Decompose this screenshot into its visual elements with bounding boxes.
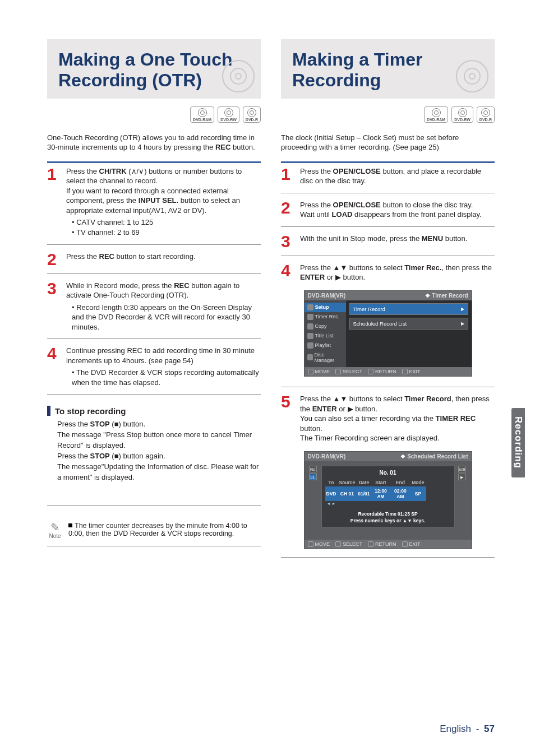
- disc-badges: DVD-RAM DVD-RW DVD-R: [47, 106, 261, 123]
- bullet: Record length 0:30 appears on the On-Scr…: [72, 303, 261, 332]
- rule-accent: [281, 161, 495, 163]
- rule-thin: [47, 505, 261, 506]
- left-step-4: 4 Continue pressing REC to add recording…: [47, 346, 261, 387]
- right-column: Making a Timer Recording DVD-RAM DVD-RW …: [281, 39, 495, 564]
- rule-thin: [281, 256, 495, 256]
- rule-thin: [47, 546, 261, 546]
- footer-page-number: 57: [484, 723, 495, 734]
- step-number: 5: [281, 394, 294, 409]
- osd-schedule-table: To Source Date Start End Mode DVD CH 01 …: [325, 479, 426, 507]
- chip-icon: [402, 369, 408, 374]
- arrow-hint: ◄ ►: [325, 501, 338, 507]
- triangle-right-icon: ▶: [461, 307, 464, 312]
- step-number: 1: [281, 166, 294, 182]
- rule-accent: [47, 161, 261, 163]
- rail-cell-play: ▶: [458, 474, 466, 480]
- osd-side-setup: Setup: [305, 303, 346, 312]
- rule-thin: [47, 394, 261, 395]
- osd-mode: DVD-RAM(VR): [308, 293, 346, 299]
- osd-side-timer-rec: Timer Rec.: [305, 312, 346, 322]
- badge-dvd-r: DVD-R: [243, 106, 261, 123]
- rule-thin: [47, 244, 261, 245]
- osd-side-title-list: Title List: [305, 331, 346, 341]
- step-number: 2: [281, 200, 294, 215]
- right-title-line1: Making a Timer: [292, 49, 422, 69]
- left-step-2: 2 Press the REC button to start recordin…: [47, 252, 261, 267]
- osd-sidebar: Setup Timer Rec. Copy Title List Playlis…: [305, 300, 346, 367]
- osd-panel-title: No. 01: [325, 470, 451, 476]
- bullet: The DVD Recorder & VCR stops recording a…: [72, 368, 261, 387]
- square-bullet-icon: [68, 523, 72, 527]
- page-footer: English - 57: [440, 723, 495, 735]
- osd-side-copy: Copy: [305, 322, 346, 331]
- step-number: 3: [281, 234, 294, 249]
- note-label: Note: [49, 533, 61, 539]
- badge-dvd-rw: DVD-RW: [218, 106, 239, 123]
- osd-side-disc-manager: Disc Manager: [305, 350, 346, 365]
- osd-main: Timer Record▶ Scheduled Record List▶: [346, 300, 472, 367]
- right-title-block: Making a Timer Recording: [281, 39, 495, 99]
- step-number: 4: [281, 263, 294, 278]
- osd-msg-1: Recordable Time 01:23 SP: [325, 511, 451, 517]
- rule-thin: [281, 193, 495, 193]
- osd-left-rail: No 01: [309, 466, 318, 481]
- rule-thin: [281, 226, 495, 227]
- chip-icon: [368, 541, 373, 547]
- rail-cell-01: 01: [309, 474, 317, 480]
- left-title: Making a One Touch Recording (OTR): [58, 49, 250, 91]
- osd-msg-2: Press numeric keys or ▲▼ keys.: [325, 518, 451, 523]
- osd-row-timer-record: Timer Record▶: [349, 303, 468, 315]
- right-title: Making a Timer Recording: [292, 49, 483, 91]
- disc-icon: [307, 354, 313, 360]
- note-text: The timer counter decreases by the minut…: [68, 522, 247, 537]
- right-step-4: 4 Press the ▲▼ buttons to select Timer R…: [281, 263, 495, 282]
- badge-dvd-rw: DVD-RW: [451, 106, 473, 123]
- triangle-right-icon: ▶: [461, 321, 464, 326]
- left-title-line1: Making a One Touch: [58, 49, 233, 69]
- subhead-bar-icon: [47, 406, 50, 416]
- osd-scheduled-record: DVD-RAM(VR) Scheduled Record List No 01 …: [304, 451, 472, 549]
- list-icon: [307, 333, 313, 339]
- badge-dvd-ram: DVD-RAM: [424, 106, 448, 123]
- right-intro: The clock (Initial Setup – Clock Set) mu…: [281, 133, 495, 152]
- left-column: Making a One Touch Recording (OTR) DVD-R…: [47, 39, 261, 564]
- right-title-line2: Recording: [292, 70, 381, 90]
- note-icon: ✎ Note: [47, 522, 63, 539]
- osd-timer-rec-menu: DVD-RAM(VR) Timer Record Setup Timer Rec…: [304, 290, 472, 377]
- badge-dvd-ram: DVD-RAM: [190, 106, 214, 123]
- osd-right-rail: Edit ▶: [458, 466, 467, 481]
- pencil-icon: ✎: [47, 522, 63, 533]
- step-number: 1: [47, 166, 61, 182]
- osd-row-scheduled-list: Scheduled Record List▶: [349, 318, 468, 330]
- left-step-3: 3 While in Record mode, press the REC bu…: [47, 281, 261, 332]
- osd-side-playlist: Playlist: [305, 341, 346, 350]
- rule-thin: [281, 557, 495, 558]
- step-number: 4: [47, 346, 61, 361]
- note-row: ✎ Note The timer counter decreases by th…: [47, 522, 261, 539]
- subheading-row: To stop recording: [47, 406, 261, 416]
- badge-dvd-r-label: DVD-R: [246, 118, 258, 122]
- chip-icon: [308, 541, 313, 547]
- badge-dvd-ram-label: DVD-RAM: [193, 118, 211, 122]
- chip-icon: [335, 369, 341, 374]
- left-title-line2: Recording (OTR): [58, 70, 202, 90]
- stop-recording-body: Press the STOP (■) button. The message "…: [47, 419, 261, 483]
- playlist-icon: [307, 342, 313, 349]
- clock-icon: [307, 314, 313, 320]
- footer-dash: -: [476, 723, 479, 734]
- step-number: 3: [47, 281, 61, 296]
- left-title-block: Making a One Touch Recording (OTR): [47, 39, 261, 99]
- bullet: CATV channel: 1 to 125: [72, 217, 261, 228]
- step-number: 2: [47, 252, 61, 267]
- bullet: TV channel: 2 to 69: [72, 228, 261, 238]
- chip-icon: [335, 541, 341, 547]
- badge-dvd-r: DVD-R: [477, 106, 495, 123]
- osd-footer: MOVE SELECT RETURN EXIT: [305, 367, 472, 376]
- chip-icon: [308, 369, 313, 374]
- table-header-row: To Source Date Start End Mode: [325, 479, 426, 486]
- osd-mode: DVD-RAM(VR): [308, 453, 346, 460]
- table-data-row: DVD CH 01 01/01 12:00 AM 02:00 AM SP: [325, 486, 426, 501]
- badge-dvd-rw-label: DVD-RW: [220, 118, 237, 122]
- osd-crumb: Scheduled Record List: [400, 453, 468, 460]
- rule-thin: [47, 273, 261, 274]
